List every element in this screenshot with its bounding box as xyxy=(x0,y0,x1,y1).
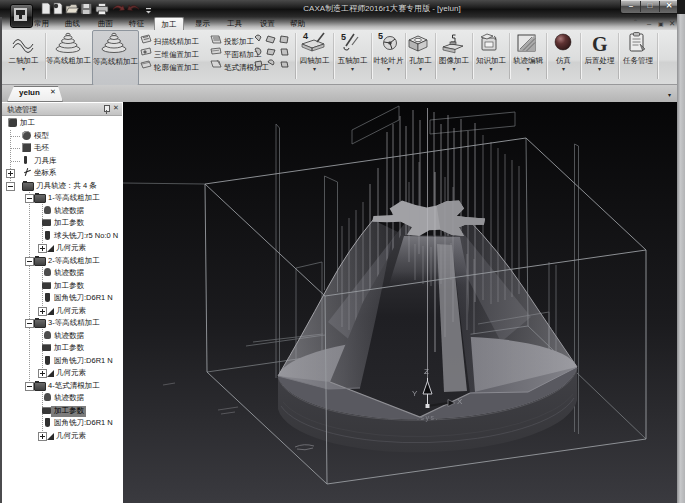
svg-text:5: 5 xyxy=(378,31,383,41)
svg-text:X: X xyxy=(457,397,463,406)
svg-text:Y: Y xyxy=(412,389,418,398)
svg-text:4: 4 xyxy=(303,31,308,41)
svg-text:5: 5 xyxy=(341,32,346,42)
svg-text:.sys.: .sys. xyxy=(417,414,439,422)
svg-text:Z: Z xyxy=(424,367,429,376)
svg-text:G: G xyxy=(592,33,608,55)
